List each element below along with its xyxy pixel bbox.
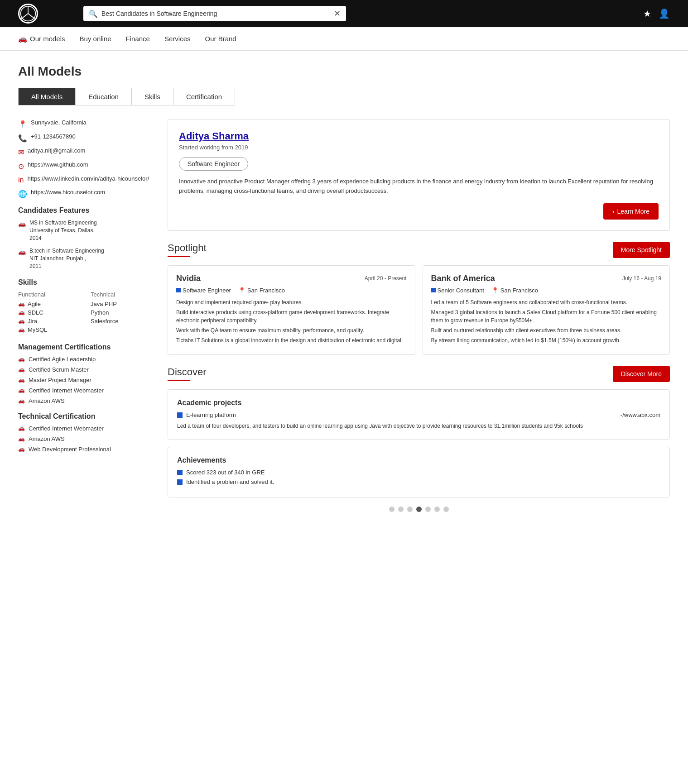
role-indicator	[431, 288, 436, 292]
page-title: All Models	[18, 64, 670, 79]
page-dot-2[interactable]	[407, 507, 413, 512]
achievements-title: Achievements	[177, 456, 660, 464]
page-dot-6[interactable]	[443, 507, 449, 512]
phone-icon: 📞	[18, 134, 27, 143]
candidates-features-title: Candidates Features	[18, 206, 154, 215]
spotlight-grid: Nvidia April 20 - Present Software Engin…	[168, 265, 670, 355]
discover-more-button[interactable]: Discover More	[613, 366, 670, 382]
profile-started: Started working from 2019	[179, 144, 659, 151]
tech-cert-1: 🚗 Amazon AWS	[18, 435, 154, 442]
user-button[interactable]: 👤	[659, 8, 670, 19]
discover-underline	[168, 380, 190, 381]
learn-more-button[interactable]: › Learn More	[603, 203, 659, 220]
tab-education[interactable]: Education	[76, 88, 132, 105]
tab-skills[interactable]: Skills	[132, 88, 173, 105]
skill-jira: 🚗 Jira	[18, 318, 82, 325]
car-icon: 🚗	[18, 34, 27, 43]
favorites-button[interactable]: ★	[643, 8, 651, 19]
skill-agile: 🚗 Agile	[18, 301, 82, 307]
achievement-1: Identified a problem and solved it.	[177, 478, 660, 485]
location-icon: 📍	[18, 120, 27, 129]
tab-all-models[interactable]: All Models	[19, 88, 76, 105]
tech-cert-2: 🚗 Web Development Professional	[18, 446, 154, 453]
page-dot-0[interactable]	[389, 507, 395, 512]
skill-java-php: Java PHP	[91, 301, 154, 307]
cert-icon: 🚗	[18, 435, 25, 442]
bullet-1-2: Built and nurtured relationship with cli…	[431, 326, 662, 335]
discover-header: Discover Discover More	[168, 366, 670, 382]
mercedes-logo	[18, 4, 38, 24]
company-role-0: Software Engineer	[176, 287, 231, 294]
edu-icon-0: 🚗	[18, 220, 26, 227]
nav-buy-online[interactable]: Buy online	[80, 28, 111, 50]
company-date-1: July 16 - Aug 19	[622, 275, 661, 282]
pin-icon: 📍	[238, 287, 245, 294]
email-item: ✉ aditya.nitj@gmail.com	[18, 147, 154, 157]
spotlight-header: Spotlight More Spotlight	[168, 242, 670, 258]
sidebar: 📍 Sunnyvale, California 📞 +91-1234567890…	[18, 119, 154, 512]
bullet-1-0: Led a team of 5 Software engineers and c…	[431, 298, 662, 306]
academic-desc: Led a team of four developers, and teste…	[177, 422, 660, 430]
website-item[interactable]: 🌐 https://www.hicounselor.com	[18, 189, 154, 198]
search-bar[interactable]: 🔍 ✕	[83, 6, 346, 21]
profile-desc: Innovative and proactive Product Manager…	[179, 177, 659, 196]
email-icon: ✉	[18, 148, 24, 157]
github-icon: ⊙	[18, 162, 24, 171]
page-dot-5[interactable]	[434, 507, 440, 512]
education-item-0: 🚗 MS in Software Engineering University …	[18, 219, 154, 242]
location-item: 📍 Sunnyvale, California	[18, 119, 154, 129]
nav-services[interactable]: Services	[164, 28, 191, 50]
more-spotlight-button[interactable]: More Spotlight	[613, 242, 670, 258]
page-dot-1[interactable]	[398, 507, 404, 512]
role-indicator	[176, 288, 181, 292]
nav-our-models[interactable]: 🚗 Our models	[18, 27, 65, 50]
skill-icon: 🚗	[18, 309, 25, 316]
profile-name[interactable]: Aditya Sharma	[179, 130, 659, 142]
search-input[interactable]	[101, 10, 330, 17]
nav-our-brand[interactable]: Our Brand	[205, 28, 236, 50]
cert-icon: 🚗	[18, 356, 25, 362]
chevron-right-icon: ›	[612, 208, 615, 215]
skill-python: Python	[91, 309, 154, 316]
tech-cert-title: Technical Certification	[18, 412, 154, 421]
skill-icon: 🚗	[18, 301, 25, 307]
skills-grid: Functional 🚗 Agile 🚗 SDLC 🚗 Jira 🚗	[18, 291, 154, 335]
search-icon: 🔍	[89, 10, 98, 18]
cert-icon: 🚗	[18, 397, 25, 404]
svg-line-2	[21, 14, 28, 19]
cert-amazon-aws: 🚗 Amazon AWS	[18, 397, 154, 404]
academic-projects-card: Academic projects E-learning platform -/…	[168, 389, 670, 440]
clear-search-button[interactable]: ✕	[334, 9, 341, 19]
pin-icon: 📍	[491, 287, 499, 294]
cert-icon: 🚗	[18, 377, 25, 383]
tab-certification[interactable]: Certification	[173, 88, 235, 105]
achievement-0: Scored 323 out of 340 in GRE	[177, 469, 660, 476]
github-item[interactable]: ⊙ https://www.github.com	[18, 161, 154, 171]
header-icons: ★ 👤	[643, 8, 670, 19]
nav-finance[interactable]: Finance	[126, 28, 150, 50]
page-dot-4[interactable]	[425, 507, 431, 512]
profile-card: Aditya Sharma Started working from 2019 …	[168, 119, 670, 231]
main-content: All Models All Models Education Skills C…	[0, 51, 688, 526]
cert-scrum-master: 🚗 Certified Scrum Master	[18, 366, 154, 373]
functional-skills-col: Functional 🚗 Agile 🚗 SDLC 🚗 Jira 🚗	[18, 291, 82, 335]
cert-icon: 🚗	[18, 366, 25, 373]
achievement-bullet-0	[177, 470, 183, 475]
academic-item-link[interactable]: -/www.abx.com	[621, 411, 660, 418]
web-icon: 🌐	[18, 190, 27, 198]
skills-title: Skills	[18, 278, 154, 287]
cert-icon: 🚗	[18, 425, 25, 431]
bullet-0-0: Design and implement required game- play…	[176, 298, 407, 306]
page-dot-3[interactable]	[416, 507, 422, 512]
academic-title: Academic projects	[177, 399, 660, 407]
svg-line-3	[28, 14, 35, 19]
linkedin-item[interactable]: in https://www.linkedin.com/in/aditya-hi…	[18, 175, 154, 184]
skill-icon: 🚗	[18, 318, 25, 324]
top-header: 🔍 ✕ ★ 👤	[0, 0, 688, 27]
company-loc-1: 📍 San Francisco	[491, 287, 538, 294]
cert-internet-webmaster: 🚗 Certified Internet Webmaster	[18, 387, 154, 394]
cert-icon: 🚗	[18, 446, 25, 452]
cert-agile-leadership: 🚗 Certified Agile Leadership	[18, 356, 154, 363]
academic-item-0: E-learning platform -/www.abx.com	[177, 411, 660, 418]
skill-sdlc: 🚗 SDLC	[18, 309, 82, 316]
